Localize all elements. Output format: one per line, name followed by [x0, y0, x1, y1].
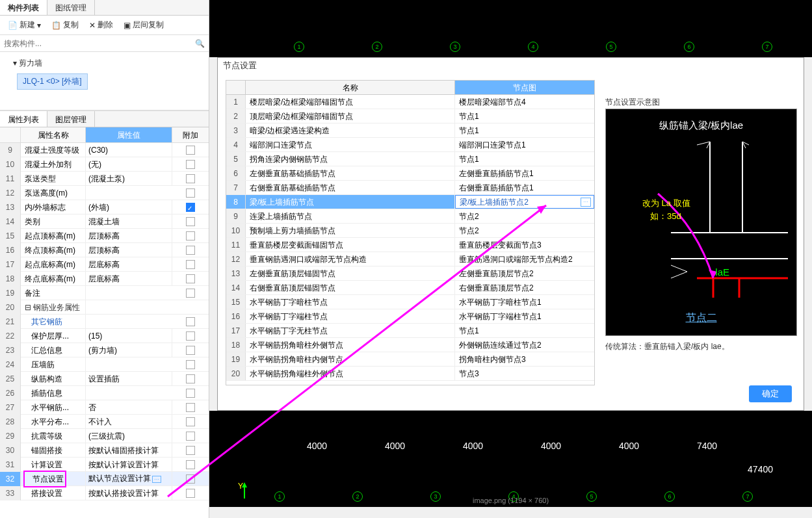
checkbox[interactable]: [186, 389, 195, 398]
property-row[interactable]: 12泵送高度(m): [0, 186, 209, 200]
node-row[interactable]: 14右侧垂直筋顶层锚固节点右侧垂直筋顶层节点2: [226, 281, 594, 295]
new-button[interactable]: 📄 新建 ▾: [4, 18, 45, 32]
node-value[interactable]: 拐角暗柱内侧节点3: [455, 352, 594, 366]
property-row[interactable]: 17起点底标高(m)层底标高: [0, 257, 209, 272]
node-row[interactable]: 4端部洞口连梁节点端部洞口连梁节点1: [226, 138, 594, 152]
node-row[interactable]: 7右侧垂直筋基础插筋节点右侧垂直筋插筋节点1: [226, 181, 594, 195]
checkbox[interactable]: [186, 274, 195, 283]
checkbox[interactable]: [186, 446, 195, 455]
property-row[interactable]: 25 纵筋构造设置插筋: [0, 372, 209, 386]
prop-value[interactable]: 设置插筋: [86, 372, 172, 386]
checkbox[interactable]: [186, 360, 195, 369]
prop-value[interactable]: 否: [86, 400, 172, 415]
prop-extra[interactable]: [172, 372, 209, 386]
prop-extra[interactable]: [172, 315, 209, 329]
node-value[interactable]: 楼层暗梁端部节点4: [455, 95, 594, 109]
prop-extra[interactable]: [172, 386, 209, 400]
prop-extra[interactable]: [172, 443, 209, 458]
tab-drawings[interactable]: 图纸管理: [47, 0, 95, 15]
node-value[interactable]: 右侧垂直筋插筋节点1: [455, 181, 594, 194]
node-value[interactable]: 节点1: [455, 109, 594, 123]
property-row[interactable]: 29 抗震等级(三级抗震): [0, 429, 209, 443]
checkbox[interactable]: [186, 331, 195, 341]
checkbox[interactable]: [186, 403, 195, 412]
copy-button[interactable]: 📋 复制: [47, 18, 83, 32]
more-icon[interactable]: ⋯: [581, 198, 591, 207]
cad-canvas-top[interactable]: 1234567: [209, 0, 812, 57]
delete-button[interactable]: ✕ 删除: [85, 18, 117, 32]
property-row[interactable]: 30 锚固搭接按默认锚固搭接计算: [0, 443, 209, 458]
property-row[interactable]: 9混凝土强度等级(C30): [0, 143, 209, 157]
prop-extra[interactable]: [172, 357, 209, 372]
node-value[interactable]: 左侧垂直筋顶层节点2: [455, 266, 594, 280]
node-value[interactable]: 水平钢筋丁字暗柱节点1: [455, 295, 594, 309]
node-value[interactable]: 节点2: [455, 209, 594, 223]
prop-extra[interactable]: [172, 186, 209, 200]
node-row[interactable]: 6左侧垂直筋基础插筋节点左侧垂直筋插筋节点1: [226, 166, 594, 181]
prop-value[interactable]: (C30): [86, 143, 172, 157]
tab-properties[interactable]: 属性列表: [0, 111, 47, 127]
node-value[interactable]: 右侧垂直筋顶层节点2: [455, 281, 594, 294]
tree-root[interactable]: ▾ 剪力墙: [4, 56, 205, 71]
prop-extra[interactable]: [172, 472, 209, 486]
property-row[interactable]: 16终点顶标高(m)层顶标高: [0, 243, 209, 257]
tree-item[interactable]: JLQ-1 <0> [外墙]: [17, 73, 88, 90]
checkbox[interactable]: [186, 489, 195, 498]
property-row[interactable]: 32 节点设置默认节点设置计算⋯: [0, 472, 209, 486]
node-value[interactable]: 梁/板上墙插筋节点2⋯: [455, 195, 594, 209]
checkbox[interactable]: [186, 188, 195, 198]
checkbox[interactable]: [186, 474, 195, 484]
prop-extra[interactable]: [172, 229, 209, 243]
prop-value[interactable]: 层顶标高: [86, 243, 172, 257]
node-value[interactable]: 端部洞口连梁节点1: [455, 138, 594, 151]
prop-value[interactable]: 默认节点设置计算⋯: [86, 471, 172, 487]
checkbox[interactable]: [186, 246, 195, 255]
node-row[interactable]: 11垂直筋楼层变截面锚固节点垂直筋楼层变截面节点3: [226, 238, 594, 252]
checkbox[interactable]: [186, 374, 195, 383]
ok-button[interactable]: 确定: [749, 385, 792, 402]
prop-extra[interactable]: [172, 343, 209, 357]
property-row[interactable]: 15起点顶标高(m)层顶标高: [0, 229, 209, 243]
node-row[interactable]: 17水平钢筋丁字无柱节点节点1: [226, 324, 594, 338]
prop-extra[interactable]: [172, 486, 209, 500]
node-value[interactable]: 垂直筋楼层变截面节点3: [455, 238, 594, 252]
node-value[interactable]: 水平钢筋丁字端柱节点1: [455, 309, 594, 323]
prop-extra[interactable]: [172, 143, 209, 157]
tab-components[interactable]: 构件列表: [0, 0, 47, 15]
property-row[interactable]: 13内/外墙标志(外墙): [0, 200, 209, 214]
node-value[interactable]: 节点1: [455, 123, 594, 137]
property-row[interactable]: 19备注: [0, 286, 209, 300]
checkbox[interactable]: [186, 160, 195, 169]
prop-value[interactable]: (剪力墙): [86, 343, 172, 357]
checkbox[interactable]: [186, 460, 195, 469]
node-row[interactable]: 3暗梁/边框梁遇连梁构造节点1: [226, 123, 594, 138]
prop-extra[interactable]: [172, 200, 209, 214]
prop-value[interactable]: 混凝土墙: [86, 214, 172, 229]
prop-extra[interactable]: [172, 286, 209, 300]
col-value[interactable]: 属性值: [86, 127, 172, 142]
prop-value[interactable]: 层底标高: [86, 272, 172, 286]
more-icon[interactable]: ⋯: [152, 476, 161, 483]
node-row[interactable]: 16水平钢筋丁字端柱节点水平钢筋丁字端柱节点1: [226, 309, 594, 324]
node-value[interactable]: 垂直筋遇洞口或端部无节点构造2: [455, 252, 594, 266]
property-row[interactable]: 23 汇总信息(剪力墙): [0, 343, 209, 357]
checkbox[interactable]: [186, 174, 195, 183]
property-row[interactable]: 28 水平分布...不计入: [0, 415, 209, 429]
node-value[interactable]: 节点3: [455, 367, 594, 380]
prop-value[interactable]: (三级抗震): [86, 429, 172, 443]
node-row[interactable]: 5拐角连梁内侧钢筋节点节点1: [226, 152, 594, 166]
property-row[interactable]: 33 搭接设置按默认搭接设置计算: [0, 486, 209, 500]
node-row[interactable]: 2顶层暗梁/边框梁端部锚固节点节点1: [226, 109, 594, 123]
checkbox[interactable]: [186, 346, 195, 355]
prop-value[interactable]: (外墙): [86, 200, 172, 214]
node-row[interactable]: 10预制墙上剪力墙插筋节点节点2: [226, 224, 594, 238]
node-row[interactable]: 18水平钢筋拐角暗柱外侧节点外侧钢筋连续通过节点2: [226, 338, 594, 352]
prop-value[interactable]: 不计入: [86, 415, 172, 429]
prop-value[interactable]: (15): [86, 329, 172, 343]
node-value[interactable]: 节点1: [455, 324, 594, 337]
property-row[interactable]: 26 插筋信息: [0, 386, 209, 400]
property-row[interactable]: 21 其它钢筋: [0, 315, 209, 329]
node-row[interactable]: 1楼层暗梁/边框梁端部锚固节点楼层暗梁端部节点4: [226, 95, 594, 109]
prop-value[interactable]: 按默认计算设置计算: [86, 458, 172, 472]
node-value[interactable]: 节点2: [455, 224, 594, 237]
